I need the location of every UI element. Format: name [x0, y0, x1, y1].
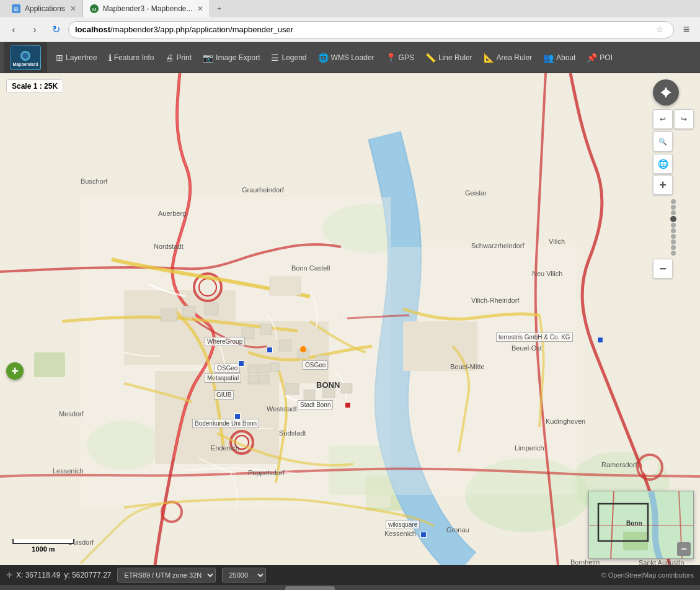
reload-button[interactable]: ↻ — [47, 21, 64, 38]
svg-rect-46 — [270, 363, 279, 372]
undo-button[interactable]: ↩ — [653, 109, 673, 129]
forward-button[interactable]: › — [26, 21, 43, 38]
map-marker[interactable] — [345, 402, 351, 408]
zoom-in-button[interactable]: + — [653, 175, 673, 195]
map-label: OSGeo — [215, 364, 240, 373]
about-icon: 👥 — [543, 53, 554, 63]
image-export-button[interactable]: 📷 Image Export — [198, 49, 265, 66]
map-label: Buschorf — [81, 177, 107, 185]
osm-attribution: © OpenStreetMap contributors — [601, 571, 694, 579]
scale-text: Scale 1 : 25K — [12, 82, 58, 91]
svg-text:M: M — [92, 7, 96, 12]
tab-applications-close[interactable]: ✕ — [70, 4, 76, 13]
tab-mapbender-close[interactable]: ✕ — [197, 4, 203, 13]
feature-info-button[interactable]: ℹ Feature Info — [104, 49, 159, 66]
zoom-out-button[interactable]: − — [653, 259, 673, 279]
horizontal-scrollbar[interactable] — [0, 585, 700, 590]
map-label: Nordstadt — [154, 243, 184, 250]
svg-rect-43 — [341, 383, 352, 393]
tab-mapbender[interactable]: M Mapbender3 - Mapbende... ✕ — [83, 0, 211, 17]
svg-rect-42 — [322, 387, 335, 398]
area-ruler-icon: 📐 — [484, 53, 494, 63]
legend-button[interactable]: ☰ Legend — [266, 49, 311, 66]
line-ruler-button[interactable]: 📏 Line Ruler — [420, 49, 477, 66]
address-text: localhost/mapbender3/app.php/application… — [75, 25, 652, 34]
scroll-thumb-horizontal[interactable] — [285, 586, 335, 590]
mini-map[interactable]: Bonn − — [588, 491, 694, 559]
legend-label: Legend — [281, 53, 306, 62]
scale-indicator: Scale 1 : 25K — [6, 79, 63, 93]
map-marker[interactable] — [300, 346, 306, 352]
map-label: Kessenich — [384, 530, 416, 537]
status-bar: ✛ X: 367118.49 y: 5620777.27 ETRS89 / UT… — [0, 565, 700, 585]
pan-control[interactable] — [653, 79, 679, 105]
map-label: Gronau — [446, 526, 469, 534]
browser-menu-button[interactable]: ≡ — [678, 21, 695, 38]
zoom-dot-1 — [671, 199, 676, 204]
map-marker[interactable] — [267, 347, 273, 353]
zoom-dot-3 — [671, 210, 676, 215]
map-marker[interactable] — [420, 532, 427, 538]
mini-map-zoom-out[interactable]: − — [677, 542, 691, 556]
map-add-button[interactable]: + — [6, 362, 24, 380]
add-icon: + — [11, 364, 19, 378]
area-ruler-button[interactable]: 📐 Area Ruler — [479, 49, 537, 66]
svg-rect-39 — [316, 355, 329, 367]
poi-button[interactable]: 📌 POI — [582, 49, 618, 66]
svg-point-11 — [465, 458, 589, 532]
zoom-dot-9 — [671, 245, 676, 250]
tab-applications[interactable]: ⊞ Applications ✕ — [5, 0, 83, 17]
layertree-button[interactable]: ⊞ Layertree — [51, 49, 102, 66]
back-button[interactable]: ‹ — [5, 21, 22, 38]
svg-text:Bonn: Bonn — [626, 520, 642, 527]
map-label: Stadt Bonn — [298, 400, 333, 409]
address-path: /mapbender3/app.php/application/mapbende… — [110, 25, 293, 34]
map-label: Neu Vilich — [532, 270, 562, 277]
map-marker[interactable] — [597, 337, 603, 343]
map-label: Lessenich — [53, 467, 84, 475]
map-label: Vilich-Rheindorf — [471, 297, 519, 304]
print-label: Print — [176, 53, 192, 62]
bookmark-button[interactable]: ☆ — [652, 22, 667, 37]
svg-rect-45 — [259, 365, 269, 373]
map-marker[interactable] — [238, 360, 244, 367]
osm-credit-text: © OpenStreetMap contributors — [601, 571, 694, 579]
tab-applications-label: Applications — [25, 4, 65, 13]
map-label: Bodenkunde Uni Bonn — [192, 419, 259, 428]
svg-rect-14 — [366, 476, 415, 511]
crs-select[interactable]: ETRS89 / UTM zone 32N WGS 84 Pseudo-Merc… — [117, 568, 216, 583]
print-button[interactable]: 🖨 Print — [160, 49, 197, 66]
tab-app-icon: ⊞ — [11, 4, 21, 14]
line-ruler-label: Line Ruler — [438, 53, 472, 62]
svg-point-25 — [235, 436, 249, 449]
zoom-dot-8 — [671, 239, 676, 244]
zoom-dot-6 — [671, 228, 676, 233]
y-coordinate: y: 5620777.27 — [64, 571, 111, 579]
scale-bar: 1000 m — [12, 539, 74, 553]
zoom-to-max-button[interactable]: 🔍 — [653, 132, 673, 151]
scale-select[interactable]: 25000 10000 50000 100000 — [222, 568, 266, 583]
svg-line-31 — [340, 316, 412, 318]
svg-rect-40 — [285, 383, 299, 395]
map-marker[interactable] — [234, 413, 241, 419]
wms-loader-label: WMS Loader — [331, 53, 374, 62]
map-label: Schwarzrheindorf — [471, 242, 525, 249]
map-label: Bornheim — [570, 558, 600, 565]
map-label: terrestris GmbH & Co. KG — [496, 333, 573, 342]
map-container[interactable]: BuschorfGraurheindorfGeislarAuerbergBonn… — [0, 73, 700, 565]
wms-loader-button[interactable]: 🌐 WMS Loader — [313, 49, 379, 66]
poi-label: POI — [600, 53, 613, 62]
gps-button[interactable]: 📍 GPS — [381, 49, 419, 66]
image-export-icon: 📷 — [203, 53, 213, 63]
redo-button[interactable]: ↪ — [674, 109, 694, 129]
map-label: Beuel-Mitte — [450, 363, 485, 370]
address-bar[interactable]: localhost/mapbender3/app.php/application… — [68, 21, 674, 38]
zoom-dot-10 — [671, 251, 676, 256]
globe-button[interactable]: 🌐 — [653, 154, 673, 174]
zoom-slider[interactable] — [653, 199, 694, 256]
line-ruler-icon: 📏 — [425, 53, 436, 63]
about-button[interactable]: 👥 About — [538, 49, 580, 66]
svg-point-29 — [642, 459, 658, 475]
address-host: localhost — [75, 25, 110, 34]
new-tab-button[interactable]: + — [213, 2, 225, 15]
